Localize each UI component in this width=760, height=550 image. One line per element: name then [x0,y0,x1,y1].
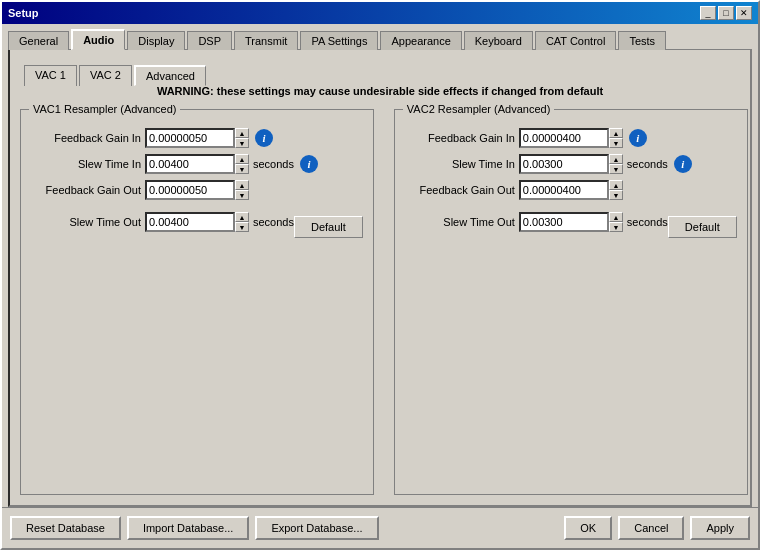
vac2-feedback-gain-out-input[interactable] [519,180,609,200]
vac2-slew-time-out-unit: seconds [627,216,668,228]
minimize-button[interactable]: _ [700,6,716,20]
vac1-feedback-gain-in-group: ▲ ▼ i [145,128,273,148]
sub-tab-row: VAC 1 VAC 2 Advanced [20,60,740,85]
vac1-slew-time-in-label: Slew Time In [31,158,141,170]
main-tab-row: General Audio Display DSP Transmit PA Se… [8,28,752,49]
vac2-feedback-gain-in-up[interactable]: ▲ [609,128,623,138]
vac1-feedback-gain-in-input[interactable] [145,128,235,148]
vac1-slew-time-out-input[interactable] [145,212,235,232]
import-database-button[interactable]: Import Database... [127,516,250,540]
vac1-feedback-gain-out-label: Feedback Gain Out [31,184,141,196]
vac2-feedback-gain-out-spinner: ▲ ▼ [609,180,623,200]
vac2-slew-time-out-down[interactable]: ▼ [609,222,623,232]
vac2-slew-time-in-row: Slew Time In ▲ ▼ seconds i [405,154,737,174]
vac1-slew-time-in-down[interactable]: ▼ [235,164,249,174]
vac2-feedback-gain-in-spinner: ▲ ▼ [609,128,623,148]
vac2-slew-time-out-group: ▲ ▼ seconds Default [519,206,737,238]
vac1-slew-time-out-label: Slew Time Out [31,216,141,228]
apply-button[interactable]: Apply [690,516,750,540]
tab-appearance[interactable]: Appearance [380,31,461,50]
bottom-bar: Reset Database Import Database... Export… [2,507,758,548]
vac2-slew-time-out-spinner: ▲ ▼ [609,212,623,232]
vac1-slew-time-in-input[interactable] [145,154,235,174]
content-area: VAC 1 VAC 2 Advanced WARNING: these sett… [8,49,752,507]
vac1-feedback-gain-in-up[interactable]: ▲ [235,128,249,138]
vac1-feedback-gain-in-label: Feedback Gain In [31,132,141,144]
vac1-slew-time-in-info[interactable]: i [300,155,318,173]
vac1-feedback-gain-in-spinner: ▲ ▼ [235,128,249,148]
vac1-slew-time-in-spinner: ▲ ▼ [235,154,249,174]
cancel-button[interactable]: Cancel [618,516,684,540]
vac1-feedback-gain-out-spinner: ▲ ▼ [235,180,249,200]
vac1-feedback-gain-in-info[interactable]: i [255,129,273,147]
close-button[interactable]: ✕ [736,6,752,20]
window-controls: _ □ ✕ [700,6,752,20]
vac2-feedback-gain-in-label: Feedback Gain In [405,132,515,144]
vac1-slew-time-in-unit: seconds [253,158,294,170]
vac1-slew-time-out-row: Slew Time Out ▲ ▼ seconds Default [31,206,363,238]
vac1-panel-content: Feedback Gain In ▲ ▼ i Slew Time In [31,128,363,238]
tab-tests[interactable]: Tests [618,31,666,50]
tab-keyboard[interactable]: Keyboard [464,31,533,50]
vac2-slew-time-in-spinner: ▲ ▼ [609,154,623,174]
panels-row: VAC1 Resampler (Advanced) Feedback Gain … [20,109,740,495]
vac2-default-button[interactable]: Default [668,216,737,238]
vac1-slew-time-out-up[interactable]: ▲ [235,212,249,222]
vac1-slew-time-in-up[interactable]: ▲ [235,154,249,164]
vac1-slew-time-in-group: ▲ ▼ seconds i [145,154,318,174]
window-title: Setup [8,7,39,19]
maximize-button[interactable]: □ [718,6,734,20]
vac1-panel: VAC1 Resampler (Advanced) Feedback Gain … [20,109,374,495]
vac2-slew-time-out-up[interactable]: ▲ [609,212,623,222]
sub-tab-vac2[interactable]: VAC 2 [79,65,132,86]
vac1-slew-time-out-down[interactable]: ▼ [235,222,249,232]
vac2-feedback-gain-in-input[interactable] [519,128,609,148]
vac2-slew-time-out-label: Slew Time Out [405,216,515,228]
vac2-feedback-gain-in-group: ▲ ▼ i [519,128,647,148]
vac1-slew-time-in-row: Slew Time In ▲ ▼ seconds i [31,154,363,174]
vac2-slew-time-in-unit: seconds [627,158,668,170]
vac2-slew-time-out-row: Slew Time Out ▲ ▼ seconds Default [405,206,737,238]
vac1-feedback-gain-out-input[interactable] [145,180,235,200]
vac2-slew-time-out-input[interactable] [519,212,609,232]
title-bar: Setup _ □ ✕ [2,2,758,24]
vac2-feedback-gain-out-down[interactable]: ▼ [609,190,623,200]
vac1-feedback-gain-out-down[interactable]: ▼ [235,190,249,200]
vac1-slew-time-out-unit: seconds [253,216,294,228]
ok-button[interactable]: OK [564,516,612,540]
vac1-feedback-gain-out-group: ▲ ▼ [145,180,249,200]
vac2-slew-time-in-info[interactable]: i [674,155,692,173]
tab-cat-control[interactable]: CAT Control [535,31,617,50]
sub-tab-advanced[interactable]: Advanced [134,65,206,86]
tab-audio[interactable]: Audio [71,29,125,50]
vac2-slew-time-in-input[interactable] [519,154,609,174]
vac2-feedback-gain-out-row: Feedback Gain Out ▲ ▼ [405,180,737,200]
tab-pa-settings[interactable]: PA Settings [300,31,378,50]
tab-display[interactable]: Display [127,31,185,50]
vac1-feedback-gain-out-up[interactable]: ▲ [235,180,249,190]
tab-dsp[interactable]: DSP [187,31,232,50]
tab-transmit[interactable]: Transmit [234,31,298,50]
vac1-feedback-gain-in-row: Feedback Gain In ▲ ▼ i [31,128,363,148]
vac2-slew-time-in-down[interactable]: ▼ [609,164,623,174]
export-database-button[interactable]: Export Database... [255,516,378,540]
bottom-left-buttons: Reset Database Import Database... Export… [10,516,379,540]
vac1-slew-time-out-spinner: ▲ ▼ [235,212,249,232]
vac2-feedback-gain-in-row: Feedback Gain In ▲ ▼ i [405,128,737,148]
warning-text: WARNING: these settings may cause undesi… [20,85,740,97]
tab-bar: General Audio Display DSP Transmit PA Se… [2,24,758,49]
vac2-slew-time-in-up[interactable]: ▲ [609,154,623,164]
vac1-default-button[interactable]: Default [294,216,363,238]
reset-database-button[interactable]: Reset Database [10,516,121,540]
sub-tab-vac1[interactable]: VAC 1 [24,65,77,86]
vac2-feedback-gain-out-up[interactable]: ▲ [609,180,623,190]
tab-general[interactable]: General [8,31,69,50]
vac1-feedback-gain-in-down[interactable]: ▼ [235,138,249,148]
vac1-panel-title: VAC1 Resampler (Advanced) [29,103,180,115]
vac2-feedback-gain-in-down[interactable]: ▼ [609,138,623,148]
setup-window: Setup _ □ ✕ General Audio Display DSP Tr… [0,0,760,550]
vac2-feedback-gain-in-info[interactable]: i [629,129,647,147]
vac2-panel: VAC2 Resampler (Advanced) Feedback Gain … [394,109,748,495]
vac2-panel-title: VAC2 Resampler (Advanced) [403,103,554,115]
vac1-feedback-gain-out-row: Feedback Gain Out ▲ ▼ [31,180,363,200]
